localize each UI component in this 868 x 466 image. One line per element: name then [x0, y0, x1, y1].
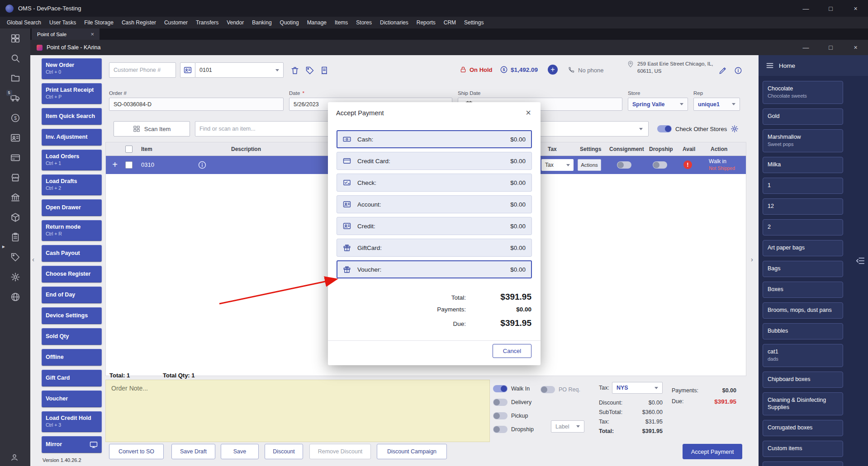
sidebar-folder-icon[interactable] [10, 73, 20, 83]
menu-file-storage[interactable]: File Storage [80, 17, 118, 28]
category-boxes[interactable]: Boxes [763, 282, 843, 298]
category-chipboard-boxes[interactable]: Chipboard boxes [763, 372, 843, 388]
menu-manage[interactable]: Manage [303, 17, 331, 28]
pos-close-button[interactable]: × [843, 40, 868, 55]
sidebar-button-offline[interactable]: Offline [42, 349, 102, 366]
sidebar-clipboard-icon[interactable] [10, 232, 20, 242]
pos-maximize-button[interactable]: □ [818, 40, 843, 55]
sidebar-button-inv-adjustment[interactable]: Inv. Adjustment [42, 129, 102, 146]
expand-strip-icon[interactable]: ► [1, 244, 6, 249]
category-marshmallow[interactable]: MarshmallowSweet pops [763, 129, 843, 152]
button-save[interactable]: Save [221, 444, 259, 459]
payment-method-credit-card[interactable]: Credit Card:$0.00 [337, 152, 532, 170]
menu-items[interactable]: Items [331, 17, 352, 28]
tab-point-of-sale[interactable]: Point of Sale × [32, 28, 100, 40]
category-custom-items[interactable]: Custom items [763, 441, 843, 457]
sidebar-globe-icon[interactable] [10, 292, 20, 302]
sidebar-button-gift-card[interactable]: Gift Card [42, 370, 102, 386]
po-req-toggle[interactable] [541, 386, 555, 393]
customer-phone-input[interactable] [109, 62, 176, 78]
payment-method-cash[interactable]: Cash:$0.00 [337, 130, 532, 148]
sidebar-box-icon[interactable] [10, 212, 20, 222]
minimize-button[interactable]: — [793, 0, 818, 17]
menu-quoting[interactable]: Quoting [276, 17, 303, 28]
payment-method-check[interactable]: Check:$0.00 [337, 174, 532, 192]
receipt-button[interactable] [319, 66, 330, 76]
sidebar-button-cash-payout[interactable]: Cash Payout [42, 245, 102, 262]
sidebar-button-return-mode[interactable]: Return modeCtrl + R [42, 220, 102, 241]
sidebar-contacts-icon[interactable] [10, 133, 20, 143]
payment-method-voucher[interactable]: Voucher:$0.00 [337, 260, 532, 278]
customer-card-button[interactable] [180, 62, 195, 78]
sidebar-button-mirror[interactable]: Mirror [42, 436, 102, 453]
hamburger-menu-icon[interactable] [766, 61, 774, 70]
label-select[interactable]: Label [551, 420, 584, 433]
sidebar-truck-icon[interactable]: 5 [10, 93, 20, 103]
menu-banking[interactable]: Banking [248, 17, 275, 28]
add-customer-button[interactable]: + [548, 65, 558, 75]
category-2[interactable]: 2 [763, 219, 843, 235]
menu-crm[interactable]: CRM [440, 17, 460, 28]
sidebar-dollar-icon[interactable]: $ [10, 113, 20, 123]
category-cleaning-disinfecting-supplies[interactable]: Cleaning & Disinfecting Supplies [763, 392, 843, 415]
menu-vendor[interactable]: Vendor [223, 17, 248, 28]
stores-settings-gear-icon[interactable] [730, 125, 739, 133]
modal-close-icon[interactable]: × [522, 106, 535, 119]
sidebar-button-print-last-receipt[interactable]: Print Last ReceiptCtrl + P [42, 83, 102, 104]
walk-in-toggle[interactable] [493, 385, 508, 392]
cancel-button[interactable]: Cancel [493, 344, 531, 358]
on-hold-status[interactable]: On Hold [460, 66, 493, 73]
column-header-tax[interactable]: Tax [548, 142, 557, 156]
customer-info-button[interactable] [732, 65, 744, 76]
category-bags[interactable]: Bags [763, 261, 843, 277]
category-bubbles[interactable]: Bubbles [763, 323, 843, 339]
dropship-toggle[interactable] [493, 426, 508, 433]
button-save-draft[interactable]: Save Draft [171, 444, 215, 459]
menu-global-search[interactable]: Global Search [3, 17, 45, 28]
column-header-description[interactable]: Description [231, 142, 261, 156]
sidebar-button-load-drafts[interactable]: Load DraftsCtrl + 2 [42, 174, 102, 195]
payment-method-credit[interactable]: Credit:$0.00 [337, 217, 532, 235]
scan-item-button[interactable]: Scan Item [114, 121, 190, 137]
sidebar-search-icon[interactable] [10, 53, 20, 63]
sidebar-button-item-quick-search[interactable]: Item Quick Search [42, 108, 102, 125]
category-cat1[interactable]: cat1dads [763, 344, 843, 367]
row-checkbox[interactable] [125, 161, 133, 169]
category-partial[interactable] [763, 461, 843, 466]
menu-transfers[interactable]: Transfers [192, 17, 223, 28]
sidebar-store-icon[interactable] [10, 173, 20, 183]
field-order-input[interactable]: SO-0036084-D [109, 98, 284, 111]
category-12[interactable]: 12 [763, 198, 843, 215]
expand-right-panel-icon[interactable]: › [751, 255, 753, 263]
row-actions-button[interactable]: Actions [578, 159, 601, 171]
sidebar-button-voucher[interactable]: Voucher [42, 391, 102, 407]
button-discount-campaign[interactable]: Discount Campaign [377, 444, 447, 459]
category-art-paper-bags[interactable]: Art paper bags [763, 240, 843, 256]
column-header-consignment[interactable]: Consignment [609, 142, 644, 156]
pickup-toggle[interactable] [493, 412, 508, 419]
sidebar-tag-icon[interactable] [10, 252, 20, 262]
accept-payment-button[interactable]: Accept Payment [683, 444, 742, 459]
maximize-button[interactable]: □ [818, 0, 843, 17]
sidebar-button-open-drawer[interactable]: Open Drawer [42, 199, 102, 216]
column-header-settings[interactable]: Settings [580, 142, 601, 156]
menu-dictionaries[interactable]: Dictionaries [376, 17, 413, 28]
field-rep-select[interactable]: unique1 [693, 98, 740, 111]
dropship-toggle[interactable] [653, 161, 667, 169]
availability-warning-icon[interactable]: ! [683, 160, 692, 169]
sidebar-button-device-settings[interactable]: Device Settings [42, 307, 102, 324]
sidebar-button-sold-qty[interactable]: Sold Qty [42, 328, 102, 345]
column-header-avail[interactable]: Avail [683, 142, 695, 156]
column-header-item[interactable]: Item [141, 142, 152, 156]
category-brooms-mops-dust-pans[interactable]: Brooms, mops, dust pans [763, 302, 843, 319]
menu-user-tasks[interactable]: User Tasks [45, 17, 80, 28]
category-gold[interactable]: Gold [763, 108, 843, 125]
tags-button[interactable] [304, 66, 315, 76]
category-1[interactable]: 1 [763, 178, 843, 194]
category-chocolate[interactable]: ChocolateChocolate sweets [763, 81, 843, 104]
order-note-input[interactable] [105, 380, 490, 442]
sidebar-button-end-of-day[interactable]: End of Day [42, 287, 102, 303]
sidebar-button-load-credit-hold[interactable]: Load Credit HoldCtrl + 3 [42, 411, 102, 432]
field-store-select[interactable]: Spring Valle [628, 98, 688, 111]
collapse-left-panel-icon[interactable]: ‹ [32, 255, 34, 263]
